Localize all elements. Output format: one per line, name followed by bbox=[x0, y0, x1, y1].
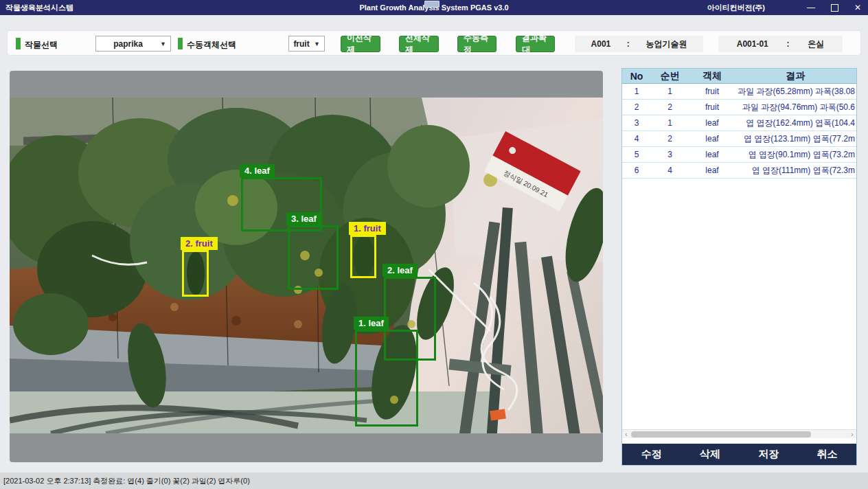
table-row[interactable]: 1 1 fruit 과일 과장(65.28mm) 과폭(38.08 bbox=[622, 84, 856, 100]
cell-no: 5 bbox=[622, 150, 651, 159]
header-object: 객체 bbox=[689, 70, 735, 82]
bbox-label: 2. leaf bbox=[382, 264, 418, 277]
annotation-layer[interactable]: 4. leaf3. leaf1. fruit2. fruit2. leaf1. … bbox=[10, 71, 603, 462]
bbox-3-leaf[interactable]: 3. leaf bbox=[288, 225, 339, 290]
delete-button[interactable]: 삭제 bbox=[681, 444, 739, 465]
bbox-label: 4. leaf bbox=[240, 164, 275, 177]
cell-seq: 1 bbox=[651, 87, 689, 96]
crop-select-value: paprika bbox=[96, 39, 160, 49]
title-bar: 작물생육분석시스템 Plant Growth Analysis System P… bbox=[0, 0, 868, 15]
cell-object: fruit bbox=[689, 102, 735, 112]
horizontal-scrollbar[interactable]: ‹ › bbox=[622, 429, 856, 438]
site-code: A001 bbox=[591, 39, 611, 49]
cell-no: 2 bbox=[622, 102, 651, 112]
scroll-left-icon[interactable]: ‹ bbox=[622, 430, 630, 439]
table-empty-area bbox=[622, 179, 856, 429]
chevron-down-icon: ▼ bbox=[160, 41, 170, 47]
table-row[interactable]: 5 3 leaf 엽 엽장(90.1mm) 엽폭(73.2m bbox=[622, 147, 856, 163]
table-row[interactable]: 6 4 leaf 엽 엽장(111mm) 엽폭(72.3m bbox=[622, 163, 856, 179]
cell-no: 1 bbox=[622, 87, 651, 96]
site-info-box: A001 : 농업기술원 bbox=[575, 36, 703, 52]
cell-seq: 1 bbox=[651, 118, 689, 128]
cell-object: fruit bbox=[689, 87, 735, 96]
bbox-border bbox=[182, 250, 209, 297]
crop-select-label: 작물선택 bbox=[25, 39, 58, 51]
crop-select-dropdown[interactable]: paprika ▼ bbox=[95, 36, 171, 52]
bbox-1-leaf[interactable]: 1. leaf bbox=[355, 330, 418, 427]
manual-object-label: 수동객체선택 bbox=[187, 39, 236, 51]
site-separator: : bbox=[627, 39, 630, 49]
cancel-button[interactable]: 취소 bbox=[798, 444, 856, 465]
action-bar: 수정 삭제 저장 취소 bbox=[622, 444, 856, 465]
manual-object-accent-bar bbox=[178, 38, 183, 49]
toolbar: 작물선택 paprika ▼ 수동객체선택 fruit ▼ 이전삭제 전체삭제 … bbox=[7, 30, 861, 56]
bbox-border bbox=[350, 235, 376, 278]
cell-seq: 2 bbox=[651, 134, 689, 144]
delete-all-button[interactable]: 전체삭제 bbox=[399, 36, 439, 52]
bbox-2-fruit[interactable]: 2. fruit bbox=[182, 250, 209, 297]
cell-result: 엽 엽장(123.1mm) 엽폭(77.2m bbox=[735, 133, 856, 145]
company-name: 아이티컨버전(주) bbox=[707, 3, 765, 13]
delete-previous-button[interactable]: 이전삭제 bbox=[341, 36, 380, 52]
manual-object-value: fruit bbox=[289, 39, 314, 49]
edit-button[interactable]: 수정 bbox=[622, 444, 681, 465]
window-controls: — ✕ bbox=[805, 0, 864, 15]
cell-result: 엽 엽장(90.1mm) 엽폭(73.2m bbox=[735, 149, 856, 161]
status-text: [2021-03-02 오후 2:37:13] 측정완료: 엽(4) 줄기(0)… bbox=[3, 476, 250, 486]
header-no: No bbox=[622, 71, 651, 82]
cell-object: leaf bbox=[689, 118, 735, 128]
window-preview-artifact bbox=[424, 1, 439, 8]
house-separator: : bbox=[787, 39, 790, 49]
camera-image-panel[interactable]: 정식일 20.09.21 4. leaf3. leaf1. fruit2. fr… bbox=[10, 71, 603, 462]
cell-no: 4 bbox=[622, 134, 651, 144]
cell-seq: 2 bbox=[651, 102, 689, 112]
cell-seq: 4 bbox=[651, 166, 689, 175]
cell-no: 6 bbox=[622, 166, 651, 175]
close-icon[interactable]: ✕ bbox=[852, 1, 864, 14]
panel-gap bbox=[622, 438, 856, 444]
scroll-right-icon[interactable]: › bbox=[848, 430, 856, 439]
house-code: A001-01 bbox=[737, 39, 768, 49]
bbox-border bbox=[355, 330, 418, 427]
enlarge-result-button[interactable]: 결과확대 bbox=[516, 36, 555, 52]
status-bar: [2021-03-02 오후 2:37:13] 측정완료: 엽(4) 줄기(0)… bbox=[0, 473, 868, 489]
table-row[interactable]: 3 1 leaf 엽 엽장(162.4mm) 엽폭(104.4 bbox=[622, 115, 856, 131]
cell-result: 과일 과장(94.76mm) 과폭(50.6 bbox=[735, 102, 856, 113]
chevron-down-icon: ▼ bbox=[314, 41, 324, 47]
bbox-1-fruit[interactable]: 1. fruit bbox=[350, 235, 376, 278]
scrollbar-thumb[interactable] bbox=[631, 431, 811, 437]
table-row[interactable]: 2 2 fruit 과일 과장(94.76mm) 과폭(50.6 bbox=[622, 100, 856, 115]
header-result: 결과 bbox=[735, 70, 856, 82]
house-info-box: A001-01 : 온실 bbox=[718, 36, 843, 52]
table-header-row: No 순번 객체 결과 bbox=[622, 69, 856, 84]
result-table-panel: No 순번 객체 결과 1 1 fruit 과일 과장(65.28mm) 과폭(… bbox=[621, 68, 857, 466]
manual-object-dropdown[interactable]: fruit ▼ bbox=[288, 36, 325, 52]
maximize-box bbox=[831, 4, 838, 12]
minimize-icon[interactable]: — bbox=[805, 1, 817, 14]
bbox-label: 1. fruit bbox=[349, 222, 386, 235]
maximize-icon[interactable] bbox=[828, 1, 841, 14]
cell-object: leaf bbox=[689, 134, 735, 144]
bbox-label: 3. leaf bbox=[286, 212, 321, 225]
cell-seq: 3 bbox=[651, 150, 689, 159]
bbox-label: 1. leaf bbox=[354, 317, 389, 330]
manual-measure-button[interactable]: 수동측정 bbox=[457, 36, 496, 52]
bbox-border bbox=[288, 225, 339, 290]
site-name: 농업기술원 bbox=[646, 38, 687, 50]
cell-no: 3 bbox=[622, 118, 651, 128]
cell-result: 엽 엽장(111mm) 엽폭(72.3m bbox=[735, 165, 856, 177]
table-row[interactable]: 4 2 leaf 엽 엽장(123.1mm) 엽폭(77.2m bbox=[622, 131, 856, 147]
house-name: 온실 bbox=[808, 38, 824, 50]
cell-object: leaf bbox=[689, 166, 735, 175]
cell-result: 엽 엽장(162.4mm) 엽폭(104.4 bbox=[735, 117, 856, 129]
cell-result: 과일 과장(65.28mm) 과폭(38.08 bbox=[735, 86, 856, 98]
crop-select-accent-bar bbox=[16, 38, 21, 49]
save-button[interactable]: 저장 bbox=[740, 444, 798, 465]
cell-object: leaf bbox=[689, 150, 735, 159]
bbox-label: 2. fruit bbox=[181, 237, 218, 250]
header-seq: 순번 bbox=[651, 70, 689, 82]
